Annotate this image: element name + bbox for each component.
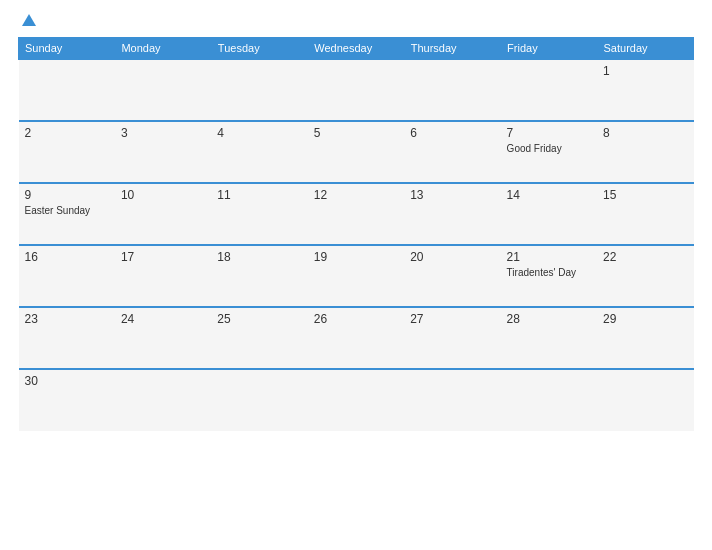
calendar-cell: 23 <box>19 307 115 369</box>
date-number: 27 <box>410 312 494 326</box>
calendar-cell: 6 <box>404 121 500 183</box>
calendar-cell: 1 <box>597 59 693 121</box>
calendar-cell: 25 <box>211 307 307 369</box>
calendar-cell: 9Easter Sunday <box>19 183 115 245</box>
calendar-cell: 21Tiradentes' Day <box>501 245 597 307</box>
calendar-week-row: 23242526272829 <box>19 307 694 369</box>
day-header-wednesday: Wednesday <box>308 38 404 60</box>
day-header-monday: Monday <box>115 38 211 60</box>
calendar-cell: 13 <box>404 183 500 245</box>
calendar-cell: 14 <box>501 183 597 245</box>
date-number: 5 <box>314 126 398 140</box>
logo <box>18 14 36 27</box>
calendar-cell: 11 <box>211 183 307 245</box>
calendar-cell: 17 <box>115 245 211 307</box>
date-number: 7 <box>507 126 591 140</box>
date-number: 19 <box>314 250 398 264</box>
calendar-cell: 22 <box>597 245 693 307</box>
date-number: 13 <box>410 188 494 202</box>
date-number: 12 <box>314 188 398 202</box>
calendar-cell <box>501 369 597 431</box>
day-header-saturday: Saturday <box>597 38 693 60</box>
date-number: 9 <box>25 188 109 202</box>
date-number: 15 <box>603 188 687 202</box>
calendar-cell: 12 <box>308 183 404 245</box>
date-number: 2 <box>25 126 109 140</box>
calendar-cell <box>115 369 211 431</box>
date-number: 16 <box>25 250 109 264</box>
logo-blue-text <box>18 14 36 27</box>
date-number: 8 <box>603 126 687 140</box>
date-number: 23 <box>25 312 109 326</box>
date-number: 14 <box>507 188 591 202</box>
day-header-thursday: Thursday <box>404 38 500 60</box>
header <box>18 14 694 27</box>
calendar-cell <box>404 369 500 431</box>
calendar-header-row: SundayMondayTuesdayWednesdayThursdayFrid… <box>19 38 694 60</box>
date-number: 4 <box>217 126 301 140</box>
date-number: 29 <box>603 312 687 326</box>
holiday-label: Easter Sunday <box>25 204 109 217</box>
calendar-cell: 26 <box>308 307 404 369</box>
date-number: 1 <box>603 64 687 78</box>
calendar-cell: 19 <box>308 245 404 307</box>
calendar-cell <box>19 59 115 121</box>
date-number: 24 <box>121 312 205 326</box>
calendar-cell <box>501 59 597 121</box>
date-number: 20 <box>410 250 494 264</box>
calendar-page: SundayMondayTuesdayWednesdayThursdayFrid… <box>0 0 712 550</box>
calendar-week-row: 1 <box>19 59 694 121</box>
date-number: 21 <box>507 250 591 264</box>
calendar-cell: 16 <box>19 245 115 307</box>
date-number: 30 <box>25 374 109 388</box>
date-number: 22 <box>603 250 687 264</box>
date-number: 6 <box>410 126 494 140</box>
day-header-tuesday: Tuesday <box>211 38 307 60</box>
calendar-cell: 10 <box>115 183 211 245</box>
date-number: 28 <box>507 312 591 326</box>
calendar-cell <box>597 369 693 431</box>
calendar-week-row: 30 <box>19 369 694 431</box>
day-header-sunday: Sunday <box>19 38 115 60</box>
date-number: 10 <box>121 188 205 202</box>
calendar-cell: 7Good Friday <box>501 121 597 183</box>
date-number: 11 <box>217 188 301 202</box>
date-number: 17 <box>121 250 205 264</box>
calendar-week-row: 9Easter Sunday101112131415 <box>19 183 694 245</box>
calendar-cell: 30 <box>19 369 115 431</box>
calendar-cell: 4 <box>211 121 307 183</box>
date-number: 18 <box>217 250 301 264</box>
calendar-cell: 3 <box>115 121 211 183</box>
calendar-cell: 28 <box>501 307 597 369</box>
calendar-cell <box>211 369 307 431</box>
calendar-cell: 20 <box>404 245 500 307</box>
calendar-cell <box>308 369 404 431</box>
date-number: 3 <box>121 126 205 140</box>
day-header-friday: Friday <box>501 38 597 60</box>
calendar-cell <box>115 59 211 121</box>
date-number: 25 <box>217 312 301 326</box>
calendar-cell: 24 <box>115 307 211 369</box>
calendar-cell <box>308 59 404 121</box>
calendar-cell <box>211 59 307 121</box>
calendar-table: SundayMondayTuesdayWednesdayThursdayFrid… <box>18 37 694 431</box>
calendar-cell: 2 <box>19 121 115 183</box>
date-number: 26 <box>314 312 398 326</box>
calendar-week-row: 161718192021Tiradentes' Day22 <box>19 245 694 307</box>
calendar-cell: 5 <box>308 121 404 183</box>
holiday-label: Tiradentes' Day <box>507 266 591 279</box>
calendar-cell <box>404 59 500 121</box>
calendar-cell: 15 <box>597 183 693 245</box>
holiday-label: Good Friday <box>507 142 591 155</box>
calendar-cell: 29 <box>597 307 693 369</box>
logo-triangle-icon <box>22 14 36 26</box>
calendar-cell: 18 <box>211 245 307 307</box>
calendar-cell: 8 <box>597 121 693 183</box>
calendar-cell: 27 <box>404 307 500 369</box>
calendar-week-row: 234567Good Friday8 <box>19 121 694 183</box>
